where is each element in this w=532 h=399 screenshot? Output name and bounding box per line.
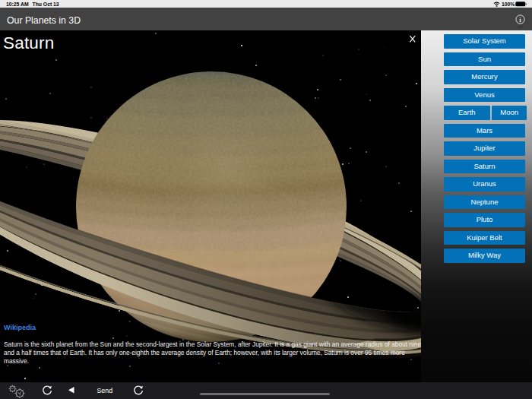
svg-text:i: i [519, 16, 521, 24]
